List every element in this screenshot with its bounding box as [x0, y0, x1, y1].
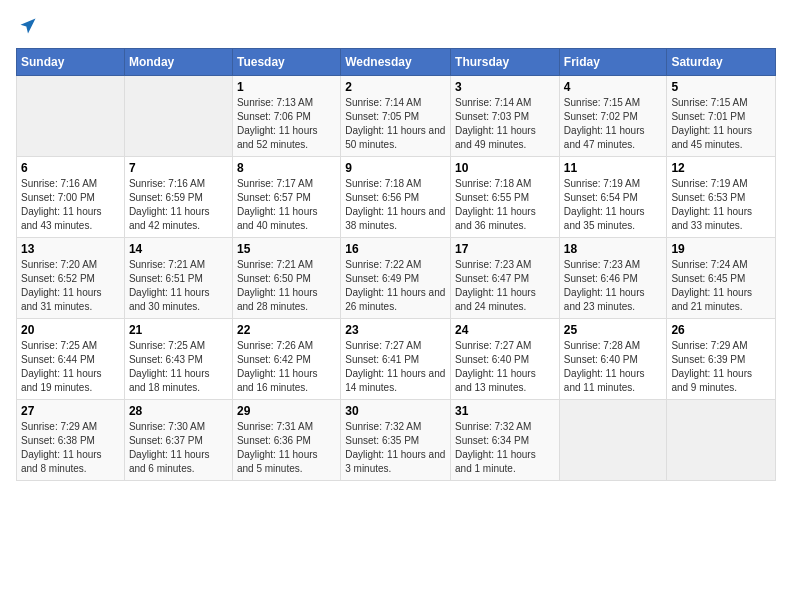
daylight-text: Daylight: 11 hours and 9 minutes. [671, 368, 752, 393]
daylight-text: Daylight: 11 hours and 49 minutes. [455, 125, 536, 150]
calendar-cell [17, 76, 125, 157]
calendar-cell: 3 Sunrise: 7:14 AM Sunset: 7:03 PM Dayli… [451, 76, 560, 157]
daylight-text: Daylight: 11 hours and 18 minutes. [129, 368, 210, 393]
daylight-text: Daylight: 11 hours and 42 minutes. [129, 206, 210, 231]
header-friday: Friday [559, 49, 667, 76]
day-number: 30 [345, 404, 446, 418]
day-number: 8 [237, 161, 336, 175]
daylight-text: Daylight: 11 hours and 43 minutes. [21, 206, 102, 231]
day-number: 18 [564, 242, 663, 256]
cell-info: Sunrise: 7:29 AM Sunset: 6:39 PM Dayligh… [671, 339, 771, 395]
day-number: 2 [345, 80, 446, 94]
cell-info: Sunrise: 7:31 AM Sunset: 6:36 PM Dayligh… [237, 420, 336, 476]
day-number: 29 [237, 404, 336, 418]
day-number: 14 [129, 242, 228, 256]
cell-info: Sunrise: 7:18 AM Sunset: 6:55 PM Dayligh… [455, 177, 555, 233]
daylight-text: Daylight: 11 hours and 36 minutes. [455, 206, 536, 231]
calendar-cell: 29 Sunrise: 7:31 AM Sunset: 6:36 PM Dayl… [232, 400, 340, 481]
sunrise-text: Sunrise: 7:18 AM [345, 178, 421, 189]
sunset-text: Sunset: 6:43 PM [129, 354, 203, 365]
sunset-text: Sunset: 6:44 PM [21, 354, 95, 365]
day-number: 27 [21, 404, 120, 418]
cell-info: Sunrise: 7:23 AM Sunset: 6:46 PM Dayligh… [564, 258, 663, 314]
header-saturday: Saturday [667, 49, 776, 76]
day-number: 31 [455, 404, 555, 418]
calendar-cell: 8 Sunrise: 7:17 AM Sunset: 6:57 PM Dayli… [232, 157, 340, 238]
sunrise-text: Sunrise: 7:24 AM [671, 259, 747, 270]
calendar-cell: 18 Sunrise: 7:23 AM Sunset: 6:46 PM Dayl… [559, 238, 667, 319]
day-number: 23 [345, 323, 446, 337]
sunset-text: Sunset: 6:37 PM [129, 435, 203, 446]
calendar-week-row: 6 Sunrise: 7:16 AM Sunset: 7:00 PM Dayli… [17, 157, 776, 238]
calendar-cell: 24 Sunrise: 7:27 AM Sunset: 6:40 PM Dayl… [451, 319, 560, 400]
cell-info: Sunrise: 7:13 AM Sunset: 7:06 PM Dayligh… [237, 96, 336, 152]
sunrise-text: Sunrise: 7:29 AM [671, 340, 747, 351]
cell-info: Sunrise: 7:32 AM Sunset: 6:35 PM Dayligh… [345, 420, 446, 476]
cell-info: Sunrise: 7:28 AM Sunset: 6:40 PM Dayligh… [564, 339, 663, 395]
sunset-text: Sunset: 7:00 PM [21, 192, 95, 203]
day-number: 7 [129, 161, 228, 175]
daylight-text: Daylight: 11 hours and 1 minute. [455, 449, 536, 474]
sunrise-text: Sunrise: 7:21 AM [129, 259, 205, 270]
sunrise-text: Sunrise: 7:17 AM [237, 178, 313, 189]
calendar-cell: 11 Sunrise: 7:19 AM Sunset: 6:54 PM Dayl… [559, 157, 667, 238]
cell-info: Sunrise: 7:20 AM Sunset: 6:52 PM Dayligh… [21, 258, 120, 314]
day-number: 24 [455, 323, 555, 337]
cell-info: Sunrise: 7:23 AM Sunset: 6:47 PM Dayligh… [455, 258, 555, 314]
day-number: 12 [671, 161, 771, 175]
calendar-cell: 15 Sunrise: 7:21 AM Sunset: 6:50 PM Dayl… [232, 238, 340, 319]
calendar-cell: 19 Sunrise: 7:24 AM Sunset: 6:45 PM Dayl… [667, 238, 776, 319]
sunrise-text: Sunrise: 7:18 AM [455, 178, 531, 189]
day-number: 26 [671, 323, 771, 337]
cell-info: Sunrise: 7:29 AM Sunset: 6:38 PM Dayligh… [21, 420, 120, 476]
sunset-text: Sunset: 6:39 PM [671, 354, 745, 365]
daylight-text: Daylight: 11 hours and 45 minutes. [671, 125, 752, 150]
sunset-text: Sunset: 6:45 PM [671, 273, 745, 284]
sunrise-text: Sunrise: 7:14 AM [345, 97, 421, 108]
calendar-cell: 23 Sunrise: 7:27 AM Sunset: 6:41 PM Dayl… [341, 319, 451, 400]
calendar-cell [124, 76, 232, 157]
calendar-cell: 1 Sunrise: 7:13 AM Sunset: 7:06 PM Dayli… [232, 76, 340, 157]
cell-info: Sunrise: 7:32 AM Sunset: 6:34 PM Dayligh… [455, 420, 555, 476]
calendar-cell: 16 Sunrise: 7:22 AM Sunset: 6:49 PM Dayl… [341, 238, 451, 319]
cell-info: Sunrise: 7:21 AM Sunset: 6:50 PM Dayligh… [237, 258, 336, 314]
calendar-table: Sunday Monday Tuesday Wednesday Thursday… [16, 48, 776, 481]
sunset-text: Sunset: 6:40 PM [564, 354, 638, 365]
day-number: 19 [671, 242, 771, 256]
sunset-text: Sunset: 6:42 PM [237, 354, 311, 365]
header-sunday: Sunday [17, 49, 125, 76]
page-header [16, 16, 776, 36]
day-number: 10 [455, 161, 555, 175]
calendar-cell: 27 Sunrise: 7:29 AM Sunset: 6:38 PM Dayl… [17, 400, 125, 481]
calendar-cell: 9 Sunrise: 7:18 AM Sunset: 6:56 PM Dayli… [341, 157, 451, 238]
sunrise-text: Sunrise: 7:28 AM [564, 340, 640, 351]
sunrise-text: Sunrise: 7:31 AM [237, 421, 313, 432]
sunrise-text: Sunrise: 7:14 AM [455, 97, 531, 108]
daylight-text: Daylight: 11 hours and 26 minutes. [345, 287, 445, 312]
cell-info: Sunrise: 7:16 AM Sunset: 6:59 PM Dayligh… [129, 177, 228, 233]
calendar-cell: 28 Sunrise: 7:30 AM Sunset: 6:37 PM Dayl… [124, 400, 232, 481]
sunrise-text: Sunrise: 7:15 AM [564, 97, 640, 108]
sunset-text: Sunset: 6:52 PM [21, 273, 95, 284]
daylight-text: Daylight: 11 hours and 6 minutes. [129, 449, 210, 474]
cell-info: Sunrise: 7:19 AM Sunset: 6:53 PM Dayligh… [671, 177, 771, 233]
sunrise-text: Sunrise: 7:21 AM [237, 259, 313, 270]
sunrise-text: Sunrise: 7:29 AM [21, 421, 97, 432]
daylight-text: Daylight: 11 hours and 38 minutes. [345, 206, 445, 231]
daylight-text: Daylight: 11 hours and 3 minutes. [345, 449, 445, 474]
sunrise-text: Sunrise: 7:16 AM [129, 178, 205, 189]
cell-info: Sunrise: 7:17 AM Sunset: 6:57 PM Dayligh… [237, 177, 336, 233]
sunrise-text: Sunrise: 7:27 AM [345, 340, 421, 351]
sunset-text: Sunset: 6:59 PM [129, 192, 203, 203]
cell-info: Sunrise: 7:27 AM Sunset: 6:41 PM Dayligh… [345, 339, 446, 395]
sunset-text: Sunset: 6:51 PM [129, 273, 203, 284]
cell-info: Sunrise: 7:16 AM Sunset: 7:00 PM Dayligh… [21, 177, 120, 233]
sunset-text: Sunset: 6:36 PM [237, 435, 311, 446]
calendar-cell: 4 Sunrise: 7:15 AM Sunset: 7:02 PM Dayli… [559, 76, 667, 157]
daylight-text: Daylight: 11 hours and 31 minutes. [21, 287, 102, 312]
sunrise-text: Sunrise: 7:32 AM [455, 421, 531, 432]
calendar-week-row: 13 Sunrise: 7:20 AM Sunset: 6:52 PM Dayl… [17, 238, 776, 319]
cell-info: Sunrise: 7:14 AM Sunset: 7:03 PM Dayligh… [455, 96, 555, 152]
calendar-week-row: 27 Sunrise: 7:29 AM Sunset: 6:38 PM Dayl… [17, 400, 776, 481]
calendar-cell: 30 Sunrise: 7:32 AM Sunset: 6:35 PM Dayl… [341, 400, 451, 481]
